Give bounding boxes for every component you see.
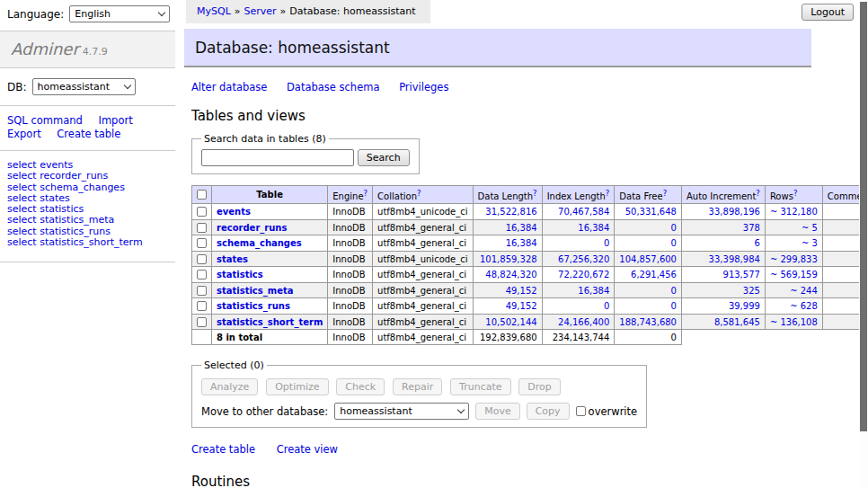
check-button[interactable]: Check [336,378,385,395]
sidebar-link-create-table[interactable]: Create table [57,128,120,140]
create-table-link[interactable]: Create table [191,443,255,456]
analyze-button[interactable]: Analyze [201,378,258,395]
auto-increment-link[interactable]: 8,581,645 [686,317,760,327]
breadcrumb-current: Database: homeassistant [289,5,415,17]
data-free-link[interactable]: 0 [619,301,677,311]
index-length-link[interactable]: 24,166,400 [547,317,610,327]
data-free-link[interactable]: 0 [619,286,677,296]
index-length-link[interactable]: 16,384 [547,286,610,296]
db-select[interactable]: homeassistant [32,78,136,95]
table-name-link[interactable]: statistics_meta [217,286,293,296]
repair-button[interactable]: Repair [393,378,442,395]
auto-increment-link[interactable]: 39,999 [686,301,760,311]
row-checkbox[interactable] [197,254,207,264]
help-link[interactable]: ? [533,189,537,198]
select-all-checkbox[interactable] [197,190,207,200]
row-checkbox[interactable] [197,317,207,327]
row-checkbox[interactable] [197,301,207,311]
auto-increment-link[interactable]: 6 [686,238,760,248]
rows-link[interactable]: ~ 136,108 [770,317,818,327]
index-length-link[interactable]: 0 [547,238,610,248]
rows-link[interactable]: ~ 299,833 [770,254,818,264]
auto-increment-link[interactable]: 33,898,196 [686,207,760,217]
data-length-link[interactable]: 101,859,328 [478,254,537,264]
truncate-button[interactable]: Truncate [450,378,510,395]
table-name-link[interactable]: recorder_runs [217,223,287,233]
table-name-link[interactable]: statistics_short_term [217,317,323,327]
table-name-link[interactable]: statistics_runs [217,301,290,311]
auto-increment-link[interactable]: 378 [686,223,760,233]
sidebar-link-export[interactable]: Export [7,128,41,140]
search-input[interactable] [201,149,354,166]
index-length-link[interactable]: 16,384 [547,223,610,233]
row-checkbox[interactable] [197,223,207,233]
breadcrumb-link-mysql[interactable]: MySQL [197,5,231,17]
data-length-link[interactable]: 10,502,144 [478,317,537,327]
index-length-link[interactable]: 0 [547,301,610,311]
scrollbar-thumb[interactable] [860,2,867,431]
help-link[interactable]: ? [756,189,760,198]
help-link[interactable]: ? [663,189,668,198]
database-schema-link[interactable]: Database schema [287,81,379,93]
row-checkbox[interactable] [197,238,207,248]
breadcrumb-link-server[interactable]: Server [244,5,277,17]
privileges-link[interactable]: Privileges [399,81,448,93]
move-button[interactable]: Move [475,403,520,420]
data-free-link[interactable]: 0 [619,223,677,233]
alter-database-link[interactable]: Alter database [191,81,267,93]
language-select[interactable]: English [69,5,170,22]
rows-link[interactable]: ~ 5 [770,223,818,233]
auto-increment-link[interactable]: 33,398,984 [686,254,760,264]
index-length-link[interactable]: 70,467,584 [547,207,610,217]
data-length-link[interactable]: 49,152 [478,286,537,296]
help-link[interactable]: ? [606,189,610,198]
drop-button[interactable]: Drop [518,378,560,395]
search-button[interactable]: Search [358,149,410,166]
data-free-link[interactable]: 6,291,456 [619,270,677,279]
sidebar-link-sql-command[interactable]: SQL command [7,114,83,127]
rows-link[interactable]: ~ 569,159 [770,270,818,279]
data-length-link[interactable]: 48,824,320 [478,270,537,279]
index-length-link[interactable]: 72,220,672 [547,270,610,279]
routines-heading: Routines [191,474,859,488]
sidebar-table-link-statistics-short-term[interactable]: select statistics_short_term [7,237,168,248]
table-name-link[interactable]: schema_changes [217,238,302,248]
row-checkbox[interactable] [197,207,207,217]
rows-link[interactable]: ~ 628 [770,301,818,311]
move-db-select[interactable]: homeassistant [334,403,469,420]
table-name-link[interactable]: events [217,207,251,217]
search-legend: Search data in tables (8) [201,133,329,145]
table-name-link[interactable]: states [217,254,248,264]
row-checkbox[interactable] [197,286,207,296]
data-length-link[interactable]: 31,522,816 [478,207,537,217]
scrollbar[interactable] [859,0,868,488]
help-link[interactable]: ? [364,189,368,198]
data-free-link[interactable]: 50,331,648 [619,207,677,217]
collation-cell: utf8mb4_general_ci [373,235,473,252]
app-version[interactable]: 4.7.9 [83,46,108,58]
sidebar-table-link-statistics-meta[interactable]: select statistics_meta [7,215,168,226]
data-length-link[interactable]: 16,384 [478,223,537,233]
auto-increment-link[interactable]: 325 [686,286,760,296]
row-checkbox[interactable] [197,270,207,279]
create-view-link[interactable]: Create view [277,443,338,456]
data-free-link[interactable]: 0 [619,238,677,248]
optimize-button[interactable]: Optimize [266,378,328,395]
sidebar-link-import[interactable]: Import [98,114,132,127]
overwrite-checkbox[interactable] [576,406,586,416]
copy-button[interactable]: Copy [527,403,570,420]
data-length-link[interactable]: 16,384 [478,238,537,248]
help-link[interactable]: ? [793,189,798,198]
rows-link[interactable]: ~ 312,180 [770,207,818,217]
data-free-link[interactable]: 104,857,600 [619,254,677,264]
engine-cell: InnoDB [328,298,373,315]
help-link[interactable]: ? [417,189,421,198]
rows-link[interactable]: ~ 3 [770,238,818,248]
sidebar-table-link-recorder-runs[interactable]: select recorder_runs [7,171,168,182]
rows-link[interactable]: ~ 244 [770,286,818,296]
table-name-link[interactable]: statistics [217,270,263,279]
auto-increment-link[interactable]: 913,577 [686,270,760,279]
data-free-link[interactable]: 188,743,680 [619,317,677,327]
data-length-link[interactable]: 49,152 [478,301,537,311]
index-length-link[interactable]: 67,256,320 [547,254,610,264]
